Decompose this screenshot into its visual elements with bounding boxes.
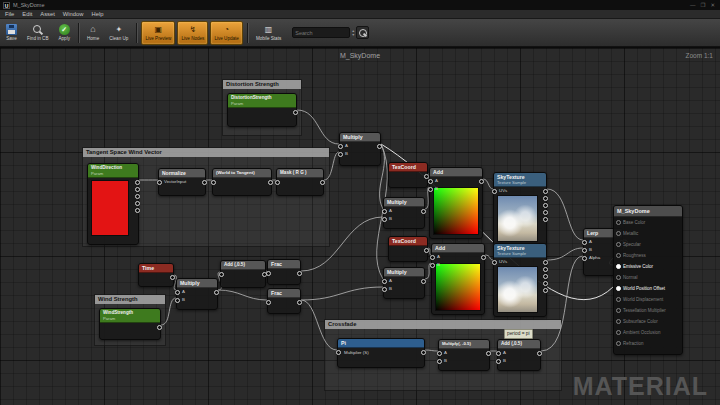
- material-pin-ambient-occlusion[interactable]: Ambient Occlusion: [614, 327, 682, 338]
- pin-icon[interactable]: [616, 297, 621, 302]
- material-pin-base-color[interactable]: Base Color: [614, 217, 682, 228]
- search-prev-next-arrows[interactable]: ▴▾: [352, 29, 354, 36]
- node-normalize[interactable]: NormalizeVectorInput: [158, 168, 206, 196]
- node-add-05-1[interactable]: Add (,0.5): [220, 260, 266, 288]
- node-multiply-2[interactable]: MultiplyAB: [383, 197, 425, 229]
- node-multiply-neg05-output-pin-0[interactable]: [486, 351, 491, 356]
- material-pin-metallic[interactable]: Metallic: [614, 228, 682, 239]
- node-lerp-input-pin-a[interactable]: [582, 240, 587, 245]
- node-multiply-1-input-pin-b[interactable]: [338, 152, 343, 157]
- node-multiply-4-input-pin-a[interactable]: [175, 290, 180, 295]
- comment-title[interactable]: Tangent Space Wind Vector: [83, 148, 329, 157]
- node-add-05-2-output-pin-0[interactable]: [537, 351, 542, 356]
- pin-icon[interactable]: [616, 319, 621, 324]
- node-add-2[interactable]: AddAB: [431, 243, 485, 315]
- node-skytexture-2-output-pin-2[interactable]: [543, 274, 548, 279]
- node-frac-2-input-pin-0[interactable]: [266, 300, 271, 305]
- pin-icon[interactable]: [616, 231, 621, 236]
- node-winddirection-param[interactable]: WindDirectionParam: [87, 163, 139, 245]
- pin-icon[interactable]: [616, 275, 621, 280]
- graph-canvas[interactable]: M_SkyDome Zoom 1:1 MATERIAL Distortion S…: [0, 47, 720, 405]
- material-pin-normal[interactable]: Normal: [614, 272, 682, 283]
- node-skytexture-2-input-pin-uvs[interactable]: [492, 260, 497, 265]
- node-skytexture-2[interactable]: SkyTextureTexture SampleUVs: [493, 243, 547, 317]
- node-texcoord-2[interactable]: TexCoord: [388, 236, 428, 262]
- node-skytexture-1-output-pin-1[interactable]: [543, 196, 548, 201]
- node-windstrength-param-output-pin-0[interactable]: [157, 325, 162, 330]
- node-skytexture-1-output-pin-4[interactable]: [543, 217, 548, 222]
- node-add-2-output-pin-0[interactable]: [481, 255, 486, 260]
- comment-title[interactable]: Crossfade: [325, 320, 561, 329]
- node-add-2-input-pin-a[interactable]: [430, 255, 435, 260]
- node-distortionstrength-param-output-pin-0[interactable]: [293, 110, 298, 115]
- pin-icon[interactable]: [616, 220, 621, 225]
- node-multiply-3-input-pin-a[interactable]: [382, 279, 387, 284]
- search-icon[interactable]: [356, 26, 369, 39]
- node-multiply-1-output-pin-0[interactable]: [377, 144, 382, 149]
- node-multiply-neg05-input-pin-b[interactable]: [437, 359, 442, 364]
- material-pin-specular[interactable]: Specular: [614, 239, 682, 250]
- node-pi[interactable]: PiMultiplier (S): [337, 338, 425, 368]
- node-world-to-tangent-input-pin-0[interactable]: [211, 180, 216, 185]
- node-distortionstrength-param[interactable]: DistortionStrengthParam: [227, 93, 297, 127]
- node-skytexture-2-output-pin-0[interactable]: [543, 260, 548, 265]
- live-preview-button[interactable]: Live Preview: [141, 21, 175, 45]
- node-multiply-neg05-input-pin-a[interactable]: [437, 351, 442, 356]
- node-winddirection-param-output-pin-3[interactable]: [135, 201, 140, 206]
- live-update-button[interactable]: Live Update: [210, 21, 243, 45]
- node-lerp-input-pin-b[interactable]: [582, 248, 587, 253]
- material-pin-roughness[interactable]: Roughness: [614, 250, 682, 261]
- node-multiply-4[interactable]: MultiplyAB: [176, 278, 218, 310]
- pin-icon[interactable]: [616, 330, 621, 335]
- node-winddirection-param-output-pin-1[interactable]: [135, 187, 140, 192]
- node-windstrength-param[interactable]: WindStrengthParam: [99, 308, 161, 340]
- node-add-05-2-input-pin-a[interactable]: [496, 351, 501, 356]
- material-pin-tessellation-multiplier[interactable]: Tessellation Multiplier: [614, 305, 682, 316]
- node-mask-rg-output-pin-0[interactable]: [320, 180, 325, 185]
- node-pi-output-pin-0[interactable]: [421, 350, 426, 355]
- node-multiply-1[interactable]: MultiplyAB: [339, 132, 381, 166]
- node-multiply-2-output-pin-0[interactable]: [421, 209, 426, 214]
- node-multiply-3[interactable]: MultiplyAB: [383, 267, 425, 299]
- menu-window[interactable]: Window: [63, 10, 84, 18]
- node-frac-2-output-pin-0[interactable]: [297, 300, 302, 305]
- pin-icon[interactable]: [616, 264, 621, 269]
- node-multiply-2-input-pin-a[interactable]: [382, 209, 387, 214]
- node-multiply-1-input-pin-a[interactable]: [338, 144, 343, 149]
- node-frac-1-output-pin-0[interactable]: [297, 271, 302, 276]
- node-normalize-output-pin-0[interactable]: [202, 180, 207, 185]
- node-skytexture-1[interactable]: SkyTextureTexture SampleUVs: [493, 172, 547, 246]
- node-multiply-4-input-pin-b[interactable]: [175, 298, 180, 303]
- node-frac-1[interactable]: Frac: [267, 259, 301, 285]
- node-add-05-2-input-pin-b[interactable]: [496, 359, 501, 364]
- node-skytexture-2-output-pin-3[interactable]: [543, 281, 548, 286]
- node-frac-2[interactable]: Frac: [267, 288, 301, 314]
- save-button[interactable]: Save: [2, 21, 21, 45]
- pin-icon[interactable]: [616, 341, 621, 346]
- node-winddirection-param-output-pin-0[interactable]: [135, 180, 140, 185]
- node-skytexture-2-output-pin-1[interactable]: [543, 267, 548, 272]
- node-time-output-pin-0[interactable]: [170, 275, 175, 280]
- pin-icon[interactable]: [616, 308, 621, 313]
- node-skytexture-1-output-pin-0[interactable]: [543, 189, 548, 194]
- node-lerp-input-pin-alpha[interactable]: [582, 256, 587, 261]
- node-add-2-input-pin-b[interactable]: [430, 263, 435, 268]
- clean-up-button[interactable]: Clean Up: [105, 21, 132, 45]
- search-input[interactable]: [292, 27, 350, 38]
- node-multiply-3-output-pin-0[interactable]: [421, 279, 426, 284]
- node-add-1-input-pin-a[interactable]: [428, 179, 433, 184]
- node-winddirection-param-output-pin-4[interactable]: [135, 208, 140, 213]
- node-add-05-1-input-pin-0[interactable]: [219, 272, 224, 277]
- menu-asset[interactable]: Asset: [40, 10, 55, 18]
- node-texcoord-2-output-pin-0[interactable]: [424, 248, 429, 253]
- node-m-skydome[interactable]: M_SkyDomeBase ColorMetallicSpecularRough…: [613, 205, 683, 355]
- menu-help[interactable]: Help: [91, 10, 103, 18]
- node-multiply-2-input-pin-b[interactable]: [382, 217, 387, 222]
- node-world-to-tangent[interactable]: (World to Tangent): [212, 168, 272, 196]
- node-add-05-2[interactable]: Add (,0.5)AB: [497, 339, 541, 371]
- material-pin-world-position-offset[interactable]: World Position Offset: [614, 283, 682, 294]
- node-multiply-4-output-pin-0[interactable]: [214, 290, 219, 295]
- node-mask-rg[interactable]: Mask ( R G ): [276, 168, 324, 196]
- home-button[interactable]: Home: [83, 21, 103, 45]
- node-texcoord-1[interactable]: TexCoord: [388, 162, 428, 188]
